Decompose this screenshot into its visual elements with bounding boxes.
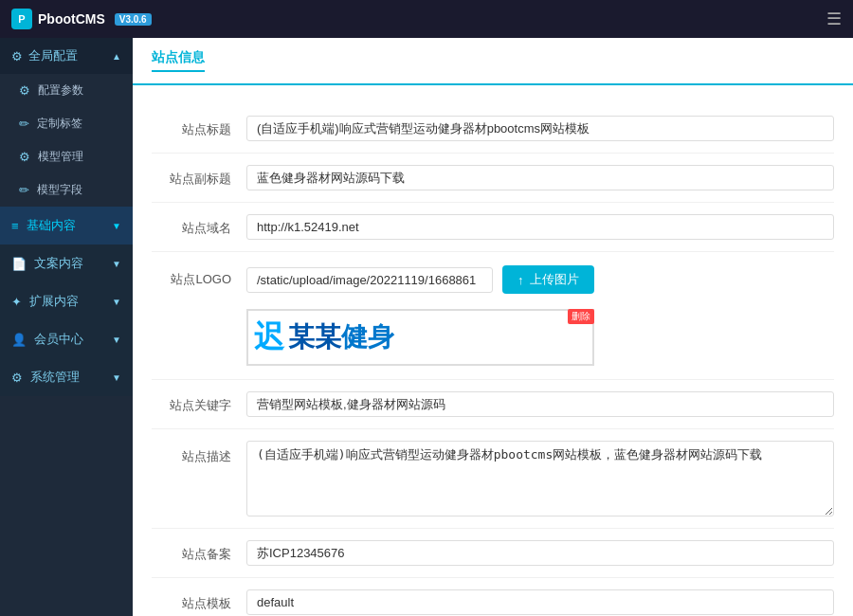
content-area: 站点信息 站点标题 站点副标题 站点域名 — [133, 38, 853, 616]
logo-first-row: ↑ 上传图片 — [246, 265, 594, 294]
content-header: 站点信息 — [133, 38, 853, 85]
content-label: 文案内容 — [34, 255, 83, 272]
page-title: 站点信息 — [152, 49, 205, 72]
site-domain-value — [246, 214, 834, 240]
site-record-input[interactable] — [246, 540, 834, 566]
logo-path-input[interactable] — [246, 267, 493, 293]
logo-preview-wrapper: 迟 某某健身 删除 — [246, 309, 594, 366]
site-subtitle-label: 站点副标题 — [152, 165, 246, 188]
form-row-title: 站点标题 — [152, 104, 834, 154]
content-arrow: ▼ — [112, 259, 121, 269]
models-label: 模型管理 — [38, 149, 83, 165]
global-config-icon: ⚙ — [11, 49, 23, 63]
site-logo-label: 站点LOGO — [152, 265, 246, 288]
form-container: 站点标题 站点副标题 站点域名 站点LOGO — [133, 85, 853, 616]
site-keywords-value — [246, 391, 834, 417]
fields-icon: ✏ — [19, 183, 29, 197]
site-template-label: 站点模板 — [152, 589, 246, 612]
extend-label: 扩展内容 — [29, 293, 79, 310]
form-row-record: 站点备案 — [152, 529, 834, 578]
sidebar-section-member[interactable]: 👤 会员中心 ▼ — [0, 320, 133, 358]
sidebar-section-global[interactable]: ⚙ 全局配置 ▲ — [0, 38, 133, 74]
system-icon: ⚙ — [11, 371, 23, 385]
version-badge: V3.0.6 — [115, 13, 152, 26]
sidebar-section-system[interactable]: ⚙ 系统管理 ▼ — [0, 358, 133, 396]
tags-label: 定制标签 — [37, 116, 82, 132]
delete-badge[interactable]: 删除 — [568, 309, 594, 324]
config-icon: ⚙ — [19, 83, 30, 98]
member-arrow: ▼ — [112, 335, 121, 345]
main-layout: ⚙ 全局配置 ▲ ⚙ 配置参数 ✏ 定制标签 ⚙ 模型管理 ✏ 模型字段 ≡ 基… — [0, 38, 853, 616]
form-row-template: 站点模板 — [152, 578, 834, 616]
basic-label: 基础内容 — [27, 217, 76, 234]
site-title-value — [246, 116, 834, 141]
form-row-description: 站点描述 — [152, 429, 834, 529]
logo-preview-area: ↑ 上传图片 迟 某某健身 删除 — [246, 265, 594, 366]
site-domain-input[interactable] — [246, 214, 834, 240]
form-row-subtitle: 站点副标题 — [152, 154, 834, 203]
sidebar-item-tags[interactable]: ✏ 定制标签 — [0, 107, 133, 140]
upload-icon: ↑ — [517, 273, 524, 287]
site-template-input[interactable] — [246, 589, 834, 615]
global-config-label: 全局配置 — [28, 47, 78, 64]
sidebar-section-extend[interactable]: ✦ 扩展内容 ▼ — [0, 282, 133, 320]
form-row-logo: 站点LOGO ↑ 上传图片 迟 — [152, 252, 834, 380]
system-arrow: ▼ — [112, 372, 121, 383]
extend-icon: ✦ — [11, 295, 22, 309]
logo-text-part2: 健身 — [341, 322, 394, 352]
site-template-value — [246, 589, 834, 615]
site-logo-value: ↑ 上传图片 迟 某某健身 删除 — [246, 265, 834, 366]
site-domain-label: 站点域名 — [152, 214, 246, 237]
site-description-label: 站点描述 — [152, 441, 246, 465]
basic-arrow: ▼ — [112, 221, 121, 231]
logo-text: 某某健身 — [288, 319, 394, 355]
sidebar-section-content[interactable]: 📄 文案内容 ▼ — [0, 245, 133, 282]
logo-symbol: 迟 — [254, 317, 284, 358]
global-config-arrow: ▲ — [112, 51, 121, 62]
sidebar: ⚙ 全局配置 ▲ ⚙ 配置参数 ✏ 定制标签 ⚙ 模型管理 ✏ 模型字段 ≡ 基… — [0, 38, 133, 616]
member-label: 会员中心 — [34, 331, 83, 348]
site-record-label: 站点备案 — [152, 540, 246, 563]
upload-btn-label: 上传图片 — [530, 271, 579, 288]
sidebar-item-models[interactable]: ⚙ 模型管理 — [0, 140, 133, 173]
menu-icon[interactable]: ☰ — [826, 9, 842, 29]
logo-preview: 迟 某某健身 — [246, 309, 594, 366]
site-keywords-label: 站点关键字 — [152, 391, 246, 414]
app-logo: P PbootCMS V3.0.6 — [11, 9, 152, 29]
site-title-input[interactable] — [246, 116, 834, 141]
site-description-value — [246, 441, 834, 516]
upload-button[interactable]: ↑ 上传图片 — [502, 265, 594, 294]
content-icon: 📄 — [11, 257, 27, 271]
sidebar-item-fields[interactable]: ✏ 模型字段 — [0, 173, 133, 207]
logo-icon: P — [11, 9, 32, 29]
basic-icon: ≡ — [11, 219, 19, 233]
sidebar-section-basic[interactable]: ≡ 基础内容 ▼ — [0, 207, 133, 245]
fields-label: 模型字段 — [37, 182, 82, 198]
topbar: P PbootCMS V3.0.6 ☰ — [0, 0, 853, 38]
tags-icon: ✏ — [19, 117, 29, 131]
form-row-keywords: 站点关键字 — [152, 380, 834, 429]
models-icon: ⚙ — [19, 150, 30, 164]
member-icon: 👤 — [11, 333, 27, 347]
system-label: 系统管理 — [30, 369, 80, 386]
config-label: 配置参数 — [38, 82, 83, 99]
site-keywords-input[interactable] — [246, 391, 834, 417]
site-subtitle-value — [246, 165, 834, 190]
site-title-label: 站点标题 — [152, 116, 246, 138]
extend-arrow: ▼ — [112, 297, 121, 307]
site-record-value — [246, 540, 834, 566]
site-description-input[interactable] — [246, 441, 834, 516]
app-name: PbootCMS — [38, 11, 105, 27]
logo-text-part1: 某某 — [288, 322, 341, 352]
site-subtitle-input[interactable] — [246, 165, 834, 190]
form-row-domain: 站点域名 — [152, 203, 834, 252]
sidebar-item-config[interactable]: ⚙ 配置参数 — [0, 74, 133, 107]
